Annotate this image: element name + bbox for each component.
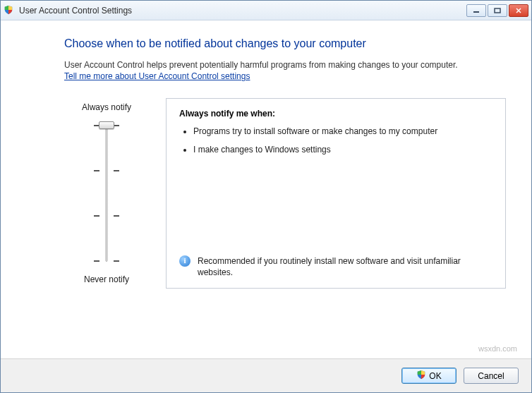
uac-shield-icon bbox=[4, 5, 15, 16]
slider-thumb[interactable] bbox=[99, 121, 114, 129]
minimize-button[interactable] bbox=[466, 4, 486, 17]
slider-tick bbox=[94, 215, 99, 217]
window-title: User Account Control Settings bbox=[19, 6, 466, 16]
slider-track bbox=[106, 125, 108, 262]
maximize-button[interactable] bbox=[488, 4, 507, 17]
cancel-button[interactable]: Cancel bbox=[464, 368, 519, 384]
content-area: Choose when to be notified about changes… bbox=[1, 20, 531, 392]
intro-text: User Account Control helps prevent poten… bbox=[64, 60, 506, 70]
cancel-button-label: Cancel bbox=[478, 371, 504, 381]
svg-rect-0 bbox=[473, 11, 479, 13]
notification-level-slider[interactable] bbox=[85, 119, 128, 267]
close-button[interactable] bbox=[509, 4, 528, 17]
slider-column: Always notify Never notify bbox=[64, 98, 149, 289]
slider-label-top: Always notify bbox=[64, 102, 149, 112]
slider-tick bbox=[114, 215, 119, 217]
help-link[interactable]: Tell me more about User Account Control … bbox=[64, 71, 250, 81]
watermark: wsxdn.com bbox=[478, 344, 517, 353]
recommendation-text: Recommended if you routinely install new… bbox=[198, 255, 492, 278]
window-controls bbox=[466, 4, 528, 17]
ok-button[interactable]: OK bbox=[401, 368, 457, 384]
info-panel: Always notify me when: Programs try to i… bbox=[166, 98, 506, 289]
info-bullet: I make changes to Windows settings bbox=[193, 144, 492, 155]
info-icon: i bbox=[179, 255, 191, 267]
slider-tick bbox=[114, 125, 119, 126]
slider-tick bbox=[114, 170, 119, 171]
svg-rect-1 bbox=[495, 8, 500, 13]
info-panel-title: Always notify me when: bbox=[179, 109, 492, 119]
page-heading: Choose when to be notified about changes… bbox=[64, 37, 506, 50]
info-bullet-list: Programs try to install software or make… bbox=[179, 126, 492, 155]
info-bullet: Programs try to install software or make… bbox=[193, 126, 492, 137]
footer-bar: OK Cancel bbox=[1, 358, 531, 392]
uac-settings-window: User Account Control Settings Choose whe… bbox=[0, 0, 532, 393]
ok-button-label: OK bbox=[429, 371, 441, 381]
slider-tick bbox=[94, 260, 99, 262]
recommendation-row: i Recommended if you routinely install n… bbox=[179, 255, 492, 278]
uac-shield-icon bbox=[416, 370, 426, 382]
titlebar: User Account Control Settings bbox=[1, 1, 531, 20]
slider-tick bbox=[94, 170, 99, 171]
slider-label-bottom: Never notify bbox=[64, 274, 149, 284]
main-body: Always notify Never notify Alw bbox=[64, 98, 506, 289]
slider-tick bbox=[114, 260, 119, 262]
